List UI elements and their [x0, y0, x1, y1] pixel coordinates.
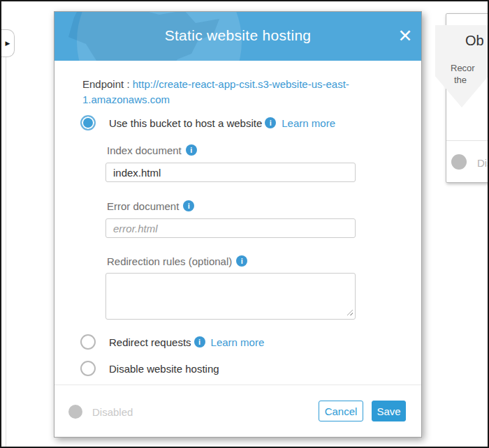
card-divider [446, 140, 489, 141]
info-icon[interactable]: i [194, 336, 205, 348]
card-text-fragment: Recor [451, 63, 475, 73]
learn-more-link[interactable]: Learn more [211, 336, 265, 348]
index-document-input[interactable] [105, 163, 356, 182]
error-document-input[interactable] [105, 218, 356, 238]
hosting-status: Disabled [68, 405, 133, 419]
footer-divider [54, 384, 421, 385]
error-document-label: Error document [107, 200, 179, 212]
option-row-redirect-requests: Redirect requests i Learn more [80, 334, 264, 350]
info-icon[interactable]: i [236, 255, 247, 267]
info-icon[interactable]: i [265, 117, 276, 128]
radio-label: Use this bucket to host a website [109, 117, 262, 129]
info-icon[interactable]: i [183, 200, 194, 211]
radio-label: Disable website hosting [109, 363, 219, 375]
info-icon[interactable]: i [186, 144, 197, 156]
error-document-label-row: Error document i [107, 200, 194, 212]
radio-redirect-requests[interactable] [80, 334, 96, 350]
redirection-rules-textarea[interactable] [105, 273, 356, 320]
radio-label: Redirect requests [109, 336, 191, 348]
card-status-dot [451, 154, 467, 170]
dialog-header: Static website hosting ✕ [54, 12, 421, 61]
dialog-title: Static website hosting [54, 27, 421, 44]
cancel-button[interactable]: Cancel [319, 401, 363, 421]
screenshot-frame: ▶ Ob Recor the Dis Static website hostin… [0, 0, 489, 448]
expand-arrow-icon: ▶ [6, 40, 10, 47]
status-dot-icon [68, 405, 82, 419]
left-panel-expand-tab[interactable]: ▶ [1, 29, 15, 57]
card-title-fragment: Ob [465, 33, 484, 49]
endpoint-label: Endpoint : [82, 78, 130, 90]
redirection-rules-field [105, 273, 356, 320]
redirection-rules-label-row: Redirection rules (optional) i [107, 255, 247, 267]
card-status-fragment: Dis [477, 157, 489, 169]
left-panel-edge [6, 57, 6, 447]
option-row-disable-hosting: Disable website hosting [80, 361, 219, 376]
card-text-fragment: the [454, 75, 467, 85]
redirection-rules-label: Redirection rules (optional) [107, 255, 232, 267]
save-button[interactable]: Save [372, 401, 406, 421]
option-row-host-website: Use this bucket to host a website i Lear… [80, 115, 335, 130]
radio-use-bucket-to-host[interactable] [80, 115, 96, 130]
static-website-hosting-dialog: Static website hosting ✕ Endpoint : http… [54, 11, 422, 438]
status-label: Disabled [92, 406, 133, 418]
index-document-label-row: Index document i [107, 144, 197, 156]
learn-more-link[interactable]: Learn more [282, 117, 335, 129]
radio-disable-website-hosting[interactable] [80, 361, 96, 376]
close-icon[interactable]: ✕ [395, 24, 416, 47]
background-properties-card: Ob Recor the Dis [446, 13, 489, 183]
endpoint-line: Endpoint : http://create-react-app-csit.… [82, 77, 376, 107]
index-document-label: Index document [107, 144, 182, 156]
